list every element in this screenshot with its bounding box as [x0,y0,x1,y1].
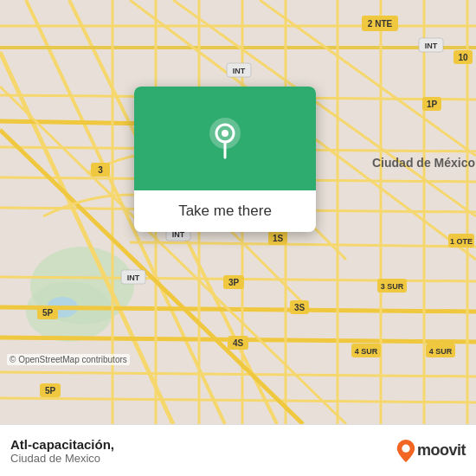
svg-text:3: 3 [98,165,103,175]
svg-text:INT: INT [127,273,140,282]
svg-text:4S: 4S [233,338,244,348]
bottom-bar-info: Atl-capacitación, Ciudad de Mexico [10,437,114,465]
popup-green-area [134,87,316,190]
moovit-logo: moovit [396,440,466,462]
svg-text:Ciudad de México: Ciudad de México [372,156,475,170]
svg-text:5P: 5P [45,386,56,396]
svg-text:1P: 1P [427,100,438,109]
svg-point-74 [402,444,409,452]
svg-text:10: 10 [458,53,468,62]
map-container: 2 NTE INT 10 1P INT 3 Ciudad de México I… [0,0,476,424]
svg-text:1 OTE: 1 OTE [450,237,473,246]
svg-text:4 SUR: 4 SUR [429,347,453,356]
moovit-pin-icon [396,440,415,462]
location-pin-icon [204,114,246,163]
svg-point-73 [222,130,228,137]
bottom-bar: Atl-capacitación, Ciudad de Mexico moovi… [0,424,476,476]
location-name: Atl-capacitación, [10,437,114,452]
svg-text:INT: INT [233,67,246,75]
svg-text:3P: 3P [228,278,240,287]
osm-attribution: © OpenStreetMap contributors [7,354,130,365]
city-name: Ciudad de Mexico [10,452,114,465]
take-me-there-button[interactable]: Take me there [134,190,316,232]
svg-text:1S: 1S [273,234,284,243]
svg-text:4 SUR: 4 SUR [355,347,378,356]
svg-text:2 NTE: 2 NTE [368,19,393,29]
svg-text:3 SUR: 3 SUR [381,282,404,291]
svg-text:5P: 5P [42,308,54,318]
popup-card: Take me there [134,87,316,232]
moovit-brand-text: moovit [417,441,466,460]
svg-text:3S: 3S [294,303,306,312]
svg-text:INT: INT [425,42,438,50]
